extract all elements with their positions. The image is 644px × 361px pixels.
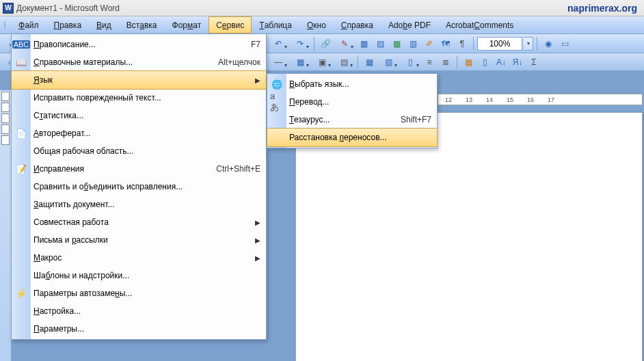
toolbar-separator	[314, 37, 314, 51]
autoabstract-icon: 📄	[14, 126, 28, 140]
drawing-icon[interactable]: ✐	[422, 36, 437, 51]
submenu-item-choose-language[interactable]: 🌐 Выбрать язык...Выбрать язык...	[267, 75, 437, 93]
menubar-grip[interactable]	[4, 16, 8, 34]
border-icon[interactable]: ▣	[312, 55, 332, 70]
show-paragraph-icon[interactable]: ¶	[455, 36, 470, 51]
nav-thumb-icon[interactable]	[1, 92, 10, 101]
shortcut-text: F7	[251, 40, 260, 49]
insert-table-btn-icon[interactable]: ▦	[362, 55, 377, 70]
menu-item-customize[interactable]: Настройка...Настройка...	[12, 302, 266, 320]
menu-table[interactable]: ТаблицаТаблица	[252, 16, 299, 34]
menu-item-track-changes[interactable]: 📝 ИсправленияИсправления Ctrl+Shift+E	[12, 160, 266, 178]
nav-thumb-icon[interactable]	[1, 103, 10, 112]
menu-item-statistics[interactable]: Статистика...Статистика...	[12, 107, 266, 124]
toolbar-separator	[457, 55, 457, 69]
autosum-icon[interactable]: Σ	[526, 55, 541, 70]
toolbar-separator	[537, 37, 537, 51]
menu-item-compare[interactable]: Сравнить и объединить исправления...Срав…	[12, 178, 266, 196]
shortcut-text: Shift+F7	[401, 115, 431, 124]
help-icon[interactable]: ◉	[541, 36, 556, 51]
nav-thumb-icon[interactable]	[1, 113, 10, 123]
menu-help[interactable]: СправкаСправка	[334, 16, 381, 34]
menu-item-autoabstract[interactable]: 📄 Автореферат...Автореферат...	[12, 124, 266, 142]
shading-icon[interactable]: ▤	[334, 55, 354, 70]
brand-watermark: naprimerax.org	[567, 3, 641, 14]
columns-icon[interactable]: ▥	[405, 36, 420, 51]
menu-bar: ФФайлайл ПравкаПравка ВидВид ВставкаВста…	[0, 16, 644, 34]
menu-service[interactable]: СервисСервис	[209, 16, 252, 34]
hyperlink-icon[interactable]: 🔗	[318, 36, 333, 51]
toolbar-separator	[473, 37, 474, 51]
distribute-rows-icon[interactable]: ≣	[438, 55, 453, 70]
menu-item-templates[interactable]: Шаблоны и надстройки...Шаблоны и надстро…	[12, 267, 266, 284]
submenu-arrow-icon: ▶	[255, 254, 260, 262]
menu-item-reference[interactable]: 📖 Справочные материалы...Справочные мате…	[12, 53, 266, 71]
menu-adobe-pdf[interactable]: Adobe PDFAdobe PDF	[381, 16, 438, 34]
read-mode-icon[interactable]: ▭	[557, 36, 572, 51]
nav-thumb-icon[interactable]	[1, 135, 10, 145]
menu-acrobat-comments[interactable]: Acrobat CommentsAcrobat Comments	[438, 16, 521, 34]
ruler-mark: 16	[527, 96, 534, 103]
spelling-abc-icon: ABC	[14, 38, 28, 51]
autocorrect-lightning-icon: ⚡	[14, 286, 28, 300]
word-app-icon: W	[3, 3, 14, 14]
toolbar-separator	[358, 55, 358, 69]
ruler-mark: 14	[486, 96, 493, 103]
menu-format[interactable]: ФорматФормат	[165, 16, 209, 34]
menu-edit[interactable]: ПравкаПравка	[46, 16, 90, 34]
submenu-item-hyphenation[interactable]: Расстановка переносов...Расстановка пере…	[267, 129, 437, 146]
menu-item-spelling[interactable]: ABC Правописание...Правописание... F7	[12, 36, 266, 53]
submenu-item-thesaurus[interactable]: Тезаурус...Тезаурус... Shift+F7	[267, 111, 437, 129]
submenu-arrow-icon: ▶	[255, 77, 260, 84]
align-top-icon[interactable]: ≡	[422, 55, 437, 70]
menu-insert[interactable]: ВставкаВставка	[119, 16, 165, 34]
insert-worksheet-icon[interactable]: ▦	[389, 36, 404, 51]
translate-icon: aあ	[270, 95, 284, 109]
shortcut-text: Ctrl+Shift+E	[216, 164, 260, 174]
tables-borders-icon[interactable]: ▦	[356, 36, 371, 51]
menu-file[interactable]: ФФайлайл	[11, 16, 46, 34]
horizontal-ruler[interactable]: 12 13 14 15 16 17	[438, 94, 643, 105]
submenu-item-translate[interactable]: aあ Перевод...Перевод...	[267, 93, 437, 111]
menu-item-collab[interactable]: Совместная работаСовместная работа ▶	[12, 213, 266, 231]
document-page[interactable]	[295, 112, 643, 361]
undo-icon[interactable]: ↶	[268, 36, 289, 51]
ruler-mark: 13	[466, 96, 472, 103]
menu-item-workspace[interactable]: Общая рабочая область...Общая рабочая об…	[12, 142, 266, 160]
menu-view[interactable]: ВидВид	[89, 16, 119, 34]
menu-item-macro[interactable]: МакросМакрос ▶	[12, 249, 266, 267]
pen-highlight-icon[interactable]: ✎	[334, 36, 355, 51]
zoom-input[interactable]: 100%	[477, 37, 522, 51]
menu-item-autocorrect[interactable]: ⚡ Параметры автозамены...Параметры автоз…	[12, 284, 266, 302]
reference-book-icon: 📖	[14, 55, 28, 69]
document-map-icon[interactable]: 🗺	[438, 36, 453, 51]
menu-item-language[interactable]: ЯзыкЯзык ▶	[12, 71, 266, 89]
submenu-arrow-icon: ▶	[255, 237, 260, 244]
shortcut-text: Alt+щелчок	[218, 57, 260, 67]
chart-icon[interactable]: ▯	[477, 55, 492, 70]
autoformat-icon[interactable]: ▦	[461, 55, 476, 70]
border-color-icon[interactable]: ▦	[290, 55, 310, 70]
menu-item-mailings[interactable]: Письма и рассылкиПисьма и рассылки ▶	[12, 231, 266, 249]
zoom-dropdown-icon[interactable]: ▾	[524, 37, 533, 51]
sort-asc-icon[interactable]: A↓	[494, 55, 509, 70]
merge-cells-icon[interactable]: ▥	[378, 55, 399, 70]
ruler-mark: 15	[507, 96, 513, 103]
redo-icon[interactable]: ↷	[290, 36, 310, 51]
window-title: Документ1 - Microsoft Word	[16, 3, 120, 13]
split-cells-icon[interactable]: ▯	[400, 55, 420, 70]
ruler-mark: 17	[548, 96, 554, 103]
language-submenu: 🌐 Выбрать язык...Выбрать язык... aあ Пере…	[267, 73, 438, 148]
insert-table-icon[interactable]: ▤	[373, 36, 388, 51]
track-changes-icon: 📝	[14, 162, 28, 176]
line-style-icon[interactable]: —	[268, 55, 289, 70]
title-bar: W Документ1 - Microsoft Word naprimerax.…	[0, 0, 644, 16]
menu-item-fix-text[interactable]: Исправить поврежденный текст...Исправить…	[12, 89, 266, 107]
menu-window[interactable]: ОкноОкно	[299, 16, 334, 34]
nav-thumb-icon[interactable]	[1, 124, 10, 134]
menu-item-options[interactable]: Параметры...Параметры...	[12, 320, 266, 338]
service-menu-dropdown: ABC Правописание...Правописание... F7 📖 …	[11, 34, 267, 340]
globe-icon: 🌐	[270, 77, 284, 91]
sort-desc-icon[interactable]: Я↓	[510, 55, 525, 70]
menu-item-protect[interactable]: Защитить документ...Защитить документ...	[12, 196, 266, 213]
